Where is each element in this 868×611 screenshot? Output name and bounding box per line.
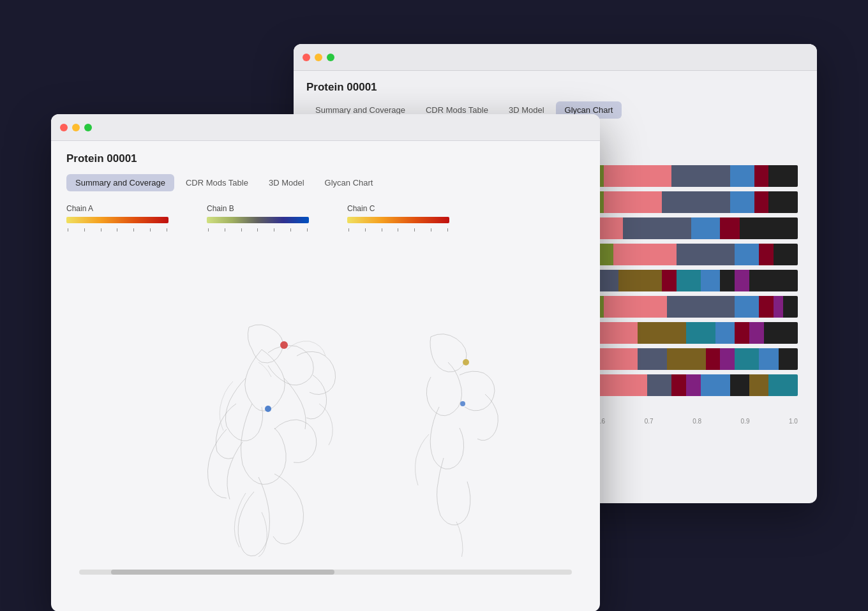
bar-segment xyxy=(783,191,798,213)
bar-segment xyxy=(604,165,671,187)
chain-b-ticks xyxy=(207,228,309,232)
svg-point-2 xyxy=(463,359,469,365)
bar-segment xyxy=(730,165,754,187)
chain-c-ticks xyxy=(347,228,449,232)
chain-c-legend: Chain C xyxy=(347,204,449,232)
tab-3d-front[interactable]: 3D Model xyxy=(260,174,313,191)
bar-segment xyxy=(783,244,798,265)
bar-segment xyxy=(783,296,798,318)
bar-segment xyxy=(638,322,686,344)
front-close-button[interactable] xyxy=(60,124,68,131)
bar-segment xyxy=(662,191,730,213)
bar-segment xyxy=(701,374,730,396)
bar-segment xyxy=(677,270,701,291)
bar-segment xyxy=(735,322,749,344)
bar-segment xyxy=(647,374,671,396)
bar-segment xyxy=(759,244,774,265)
protein-3d-svg xyxy=(134,251,517,557)
chain-a-gradient xyxy=(66,217,168,223)
bar-segment xyxy=(720,270,735,291)
front-titlebar xyxy=(51,114,600,141)
chain-a-ticks xyxy=(66,228,168,232)
bar-segment xyxy=(735,296,759,318)
tab-cdr-front[interactable]: CDR Mods Table xyxy=(177,174,257,191)
chain-c-gradient xyxy=(347,217,449,223)
bar-segment xyxy=(604,296,667,318)
bar-segment xyxy=(754,191,769,213)
bar-segment xyxy=(759,296,774,318)
bar-segment xyxy=(671,374,686,396)
axis-label: 0.7 xyxy=(645,418,654,425)
axis-label: 0.8 xyxy=(692,418,701,425)
chains-legend-row: Chain A Chain B Chain C xyxy=(66,204,585,232)
scrollbar-area xyxy=(66,563,585,581)
bar-segment xyxy=(730,374,749,396)
scrollbar-track[interactable] xyxy=(79,570,572,575)
bar-segment xyxy=(735,348,759,370)
close-button[interactable] xyxy=(303,54,310,61)
bar-segment xyxy=(774,244,783,265)
svg-point-1 xyxy=(265,406,271,412)
chain-a-legend: Chain A xyxy=(66,204,168,232)
bar-segment xyxy=(594,374,648,396)
scrollbar-thumb[interactable] xyxy=(111,570,334,575)
bar-segment xyxy=(715,322,735,344)
bar-segment xyxy=(686,374,701,396)
chain-b-label: Chain B xyxy=(207,204,309,213)
bar-segment xyxy=(618,270,662,291)
bar-segment xyxy=(774,296,783,318)
tab-glycan-front[interactable]: Glycan Chart xyxy=(316,174,382,191)
back-window-title: Protein 00001 xyxy=(306,81,804,94)
svg-point-3 xyxy=(460,401,465,406)
bar-segment xyxy=(754,165,769,187)
bar-segment xyxy=(613,244,677,265)
front-window: Protein 00001 Summary and Coverage CDR M… xyxy=(51,114,600,611)
bar-segment xyxy=(754,217,798,239)
bar-segment xyxy=(691,217,721,239)
bar-segment xyxy=(701,270,720,291)
chain-b-legend: Chain B xyxy=(207,204,309,232)
svg-point-0 xyxy=(280,341,288,349)
bar-segment xyxy=(720,217,739,239)
bar-segment xyxy=(671,165,730,187)
chain-c-label: Chain C xyxy=(347,204,449,213)
bar-segment xyxy=(764,322,798,344)
bar-segment xyxy=(706,348,721,370)
bar-segment xyxy=(623,217,691,239)
bar-segment xyxy=(662,270,677,291)
bar-segment xyxy=(730,191,754,213)
bar-segment xyxy=(740,217,754,239)
front-tabs: Summary and Coverage CDR Mods Table 3D M… xyxy=(66,174,585,191)
bar-segment xyxy=(604,191,662,213)
tab-summary-front[interactable]: Summary and Coverage xyxy=(66,174,174,191)
protein-3d-area[interactable] xyxy=(66,244,585,563)
bar-segment xyxy=(749,374,768,396)
bar-segment xyxy=(768,374,798,396)
bar-segment xyxy=(667,296,735,318)
maximize-button[interactable] xyxy=(327,54,334,61)
front-maximize-button[interactable] xyxy=(84,124,92,131)
bar-segment xyxy=(638,348,667,370)
bar-segment xyxy=(759,348,778,370)
bar-segment xyxy=(783,165,798,187)
bar-segment xyxy=(768,191,783,213)
chain-a-label: Chain A xyxy=(66,204,168,213)
front-window-title: Protein 00001 xyxy=(66,152,585,165)
back-titlebar xyxy=(294,44,817,71)
bar-segment xyxy=(768,165,783,187)
chain-b-gradient xyxy=(207,217,309,223)
bar-segment xyxy=(677,244,735,265)
bar-segment xyxy=(667,348,706,370)
bar-segment xyxy=(720,348,735,370)
axis-label: 1.0 xyxy=(789,418,798,425)
bar-segment xyxy=(779,348,798,370)
bar-segment xyxy=(735,244,759,265)
axis-label: 0.9 xyxy=(741,418,750,425)
bar-segment xyxy=(686,322,715,344)
bar-segment xyxy=(735,270,749,291)
bar-segment xyxy=(749,322,764,344)
minimize-button[interactable] xyxy=(315,54,322,61)
front-minimize-button[interactable] xyxy=(72,124,80,131)
bar-segment xyxy=(749,270,798,291)
